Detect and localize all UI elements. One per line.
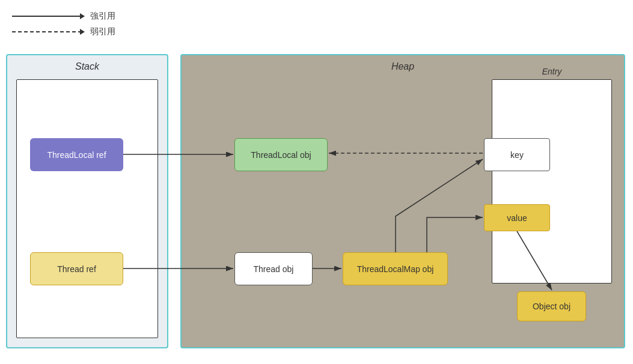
threadlocalmap-obj-box: ThreadLocalMap obj — [343, 252, 448, 285]
diagram: Stack ThreadLocal ref Thread ref Heap En… — [6, 54, 625, 354]
legend: 強引用 弱引用 — [12, 11, 115, 37]
strong-ref-legend: 強引用 — [12, 11, 115, 22]
weak-ref-label: 弱引用 — [90, 26, 115, 37]
threadlocalmap-obj-label: ThreadLocalMap obj — [357, 264, 434, 274]
threadlocal-ref-label: ThreadLocal ref — [47, 150, 106, 160]
stack-inner — [16, 79, 158, 338]
strong-ref-arrow-icon — [12, 16, 84, 17]
thread-obj-box: Thread obj — [234, 252, 313, 285]
key-box: key — [484, 138, 550, 171]
thread-ref-box: Thread ref — [30, 252, 123, 285]
object-obj-label: Object obj — [533, 302, 570, 311]
value-label: value — [507, 213, 527, 223]
thread-ref-label: Thread ref — [57, 264, 96, 274]
threadlocal-obj-label: ThreadLocal obj — [251, 150, 311, 160]
thread-obj-label: Thread obj — [254, 264, 294, 274]
key-label: key — [510, 150, 524, 160]
stack-label: Stack — [75, 61, 99, 72]
entry-area: Entry — [492, 79, 612, 284]
threadlocal-obj-box: ThreadLocal obj — [234, 138, 328, 171]
threadlocal-ref-box: ThreadLocal ref — [30, 138, 123, 171]
heap-label: Heap — [391, 61, 414, 72]
object-obj-box: Object obj — [517, 291, 586, 321]
value-box: value — [484, 204, 550, 231]
strong-ref-label: 強引用 — [90, 11, 115, 22]
weak-ref-arrow-icon — [12, 31, 84, 32]
stack-area: Stack — [6, 54, 168, 348]
entry-label: Entry — [542, 67, 562, 76]
weak-ref-legend: 弱引用 — [12, 26, 115, 37]
